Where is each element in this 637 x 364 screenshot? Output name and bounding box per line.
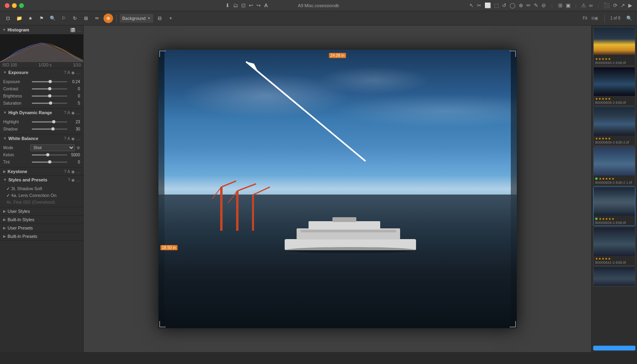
tool10-icon[interactable]: ⊘ <box>541 2 546 8</box>
info-icon[interactable]: ∞ <box>589 2 593 8</box>
exposure-slider[interactable] <box>32 81 67 82</box>
tool-edit[interactable]: ✏ <box>92 14 102 23</box>
tool8-icon[interactable]: ✏ <box>526 2 531 8</box>
histogram-header[interactable]: ▼ Histogram 7 … <box>0 25 83 34</box>
export-icon[interactable]: ▶ <box>628 2 632 8</box>
layout1-icon[interactable]: ⊞ <box>558 2 563 8</box>
close-button[interactable] <box>5 3 10 8</box>
tint-slider[interactable] <box>32 162 67 163</box>
wb-q[interactable]: ? <box>64 136 66 141</box>
wb-mode-select[interactable]: Shot <box>30 144 75 151</box>
builtin-presets-header[interactable]: ▶ Built-In Presets <box>0 232 83 240</box>
styles-more[interactable]: … <box>76 178 80 182</box>
add-btn[interactable]: + <box>166 14 176 23</box>
folder-icon[interactable]: 🗂 <box>233 2 238 8</box>
hdr-a[interactable]: A <box>67 111 70 115</box>
builtin-styles-expand[interactable]: ▶ <box>3 218 6 222</box>
exposure-header[interactable]: ▼ Exposure ? A ◉ … <box>0 68 83 76</box>
exposure-a[interactable]: A <box>67 70 70 75</box>
filmstrip-item-3[interactable]: ★ ★ ★ ★ ★ B0000609-2-Edit-2 1.tif <box>593 146 635 186</box>
filmstrip-item-6[interactable] <box>593 267 635 286</box>
user-presets-header[interactable]: ▶ User Presets <box>0 224 83 232</box>
brightness-slider[interactable] <box>32 95 67 97</box>
tool4-icon[interactable]: ⬚ <box>494 2 499 8</box>
kelvin-slider[interactable] <box>32 154 67 156</box>
wb-a[interactable]: A <box>67 136 70 141</box>
styles-collapse[interactable]: ▼ <box>3 178 7 182</box>
filmstrip-item-4[interactable]: ★ ★ ★ ★ ★ B0000828-2-Edit.tif <box>593 187 635 226</box>
window-controls[interactable] <box>5 3 24 8</box>
hdr-header[interactable]: ▼ High Dynamic Range ? A ◉ … <box>0 109 83 117</box>
highlight-slider[interactable] <box>32 121 67 123</box>
wb-eye[interactable]: ◉ <box>71 136 75 141</box>
wb-collapse[interactable]: ▼ <box>3 136 7 140</box>
filmstrip-item-5[interactable]: ★ ★ ★ ★ ★ B0000641-2-Edit.tif <box>593 227 635 266</box>
style-item-1[interactable]: 4a. Lens Correction On <box>0 192 83 199</box>
maximize-button[interactable] <box>19 3 24 8</box>
style-item-2[interactable]: 4s. Fine ISO (Overshoot) <box>0 199 83 205</box>
wb-eyedropper[interactable]: ⊕ <box>76 145 80 150</box>
search-btn[interactable]: 🔍 <box>624 14 634 23</box>
redo-icon[interactable]: ↪ <box>256 2 261 8</box>
tool-active[interactable]: ⊕ <box>104 14 113 23</box>
filmstrip-item-1[interactable]: ★ ★ ★ ★ ★ B0000609-2-Edit.tif <box>593 67 635 106</box>
background-dropdown[interactable]: Background ▼ <box>120 14 153 23</box>
wb-more[interactable]: … <box>76 136 80 141</box>
shadow-slider[interactable] <box>32 128 67 130</box>
wb-header[interactable]: ▼ White Balance ? A ◉ … <box>0 134 83 142</box>
filmstrip-item-2[interactable]: ★ ★ ★ ★ ★ B0000609-2-Edit-2.tif <box>593 107 635 146</box>
layout2-icon[interactable]: ▣ <box>566 2 571 8</box>
arrange-btn[interactable]: ⊟ <box>155 14 164 23</box>
tool-tag[interactable]: ⚑ <box>37 14 46 23</box>
user-presets-expand[interactable]: ▶ <box>3 226 6 230</box>
exposure-more[interactable]: … <box>76 70 80 75</box>
import-icon[interactable]: ⬇ <box>225 2 230 8</box>
style-item-0[interactable]: 3t. Shadow Soft <box>0 185 83 192</box>
keystone-q[interactable]: ? <box>64 169 66 174</box>
warning-icon[interactable]: ⚠ <box>581 2 586 8</box>
tool-zoom[interactable]: 🔍 <box>48 14 57 23</box>
tool-crop[interactable]: ⊞ <box>81 14 91 23</box>
filmstrip-item-0[interactable]: ★ ★ ★ ★ ★ B0000593-2-Edit.tif <box>593 27 635 66</box>
histogram-more[interactable]: … <box>77 28 81 32</box>
hdr-collapse[interactable]: ▼ <box>3 111 7 115</box>
user-styles-expand[interactable]: ▶ <box>3 209 6 213</box>
tool-rotate[interactable]: ↻ <box>70 14 80 23</box>
user-styles-header[interactable]: ▶ User Styles <box>0 207 83 215</box>
tool9-icon[interactable]: ✎ <box>534 2 538 8</box>
builtin-presets-expand[interactable]: ▶ <box>3 234 6 238</box>
exposure-eye[interactable]: ◉ <box>71 70 75 75</box>
keystone-header[interactable]: ▶ Keystone ? A ◉ … <box>0 167 83 175</box>
share-icon[interactable]: ↗ <box>621 2 625 8</box>
keystone-expand[interactable]: ▶ <box>3 169 6 173</box>
keystone-eye[interactable]: ◉ <box>71 169 75 174</box>
hdr-q[interactable]: ? <box>64 111 66 115</box>
keystone-a[interactable]: A <box>67 169 70 174</box>
tool3-icon[interactable]: ⬜ <box>485 2 491 8</box>
main-canvas[interactable]: 24.08 in 18.50 in <box>84 25 591 352</box>
hdr-eye[interactable]: ◉ <box>71 111 75 115</box>
refresh-icon[interactable]: ⟳ <box>613 2 617 8</box>
saturation-slider[interactable] <box>32 103 67 104</box>
tool6-icon[interactable]: ◯ <box>510 2 516 8</box>
crop-icon[interactable]: ⊡ <box>241 2 246 8</box>
orange-icon[interactable]: ⬛ <box>604 2 610 8</box>
minimize-button[interactable] <box>12 3 17 8</box>
keystone-more[interactable]: … <box>76 169 80 174</box>
tool2-icon[interactable]: ✂ <box>477 2 481 8</box>
styles-q[interactable]: ? <box>68 178 70 182</box>
tool-star[interactable]: ★ <box>25 14 35 23</box>
builtin-styles-header[interactable]: ▶ Built-In Styles <box>0 216 83 224</box>
styles-header[interactable]: ▼ Styles and Presets ? ◉ … <box>0 176 83 184</box>
text-icon[interactable]: A <box>264 2 268 8</box>
exposure-q[interactable]: ? <box>64 70 66 75</box>
tool-folder[interactable]: 📁 <box>14 14 24 23</box>
cursor-icon[interactable]: ↖ <box>469 2 474 8</box>
tool-flag[interactable]: ⚐ <box>59 14 68 23</box>
undo-icon[interactable]: ↩ <box>249 2 253 8</box>
contrast-slider[interactable] <box>32 88 67 90</box>
histogram-collapse[interactable]: ▼ <box>2 28 6 32</box>
tool7-icon[interactable]: ⊕ <box>519 2 523 8</box>
tool-select[interactable]: ⊡ <box>3 14 13 23</box>
tool5-icon[interactable]: ↺ <box>502 2 506 8</box>
